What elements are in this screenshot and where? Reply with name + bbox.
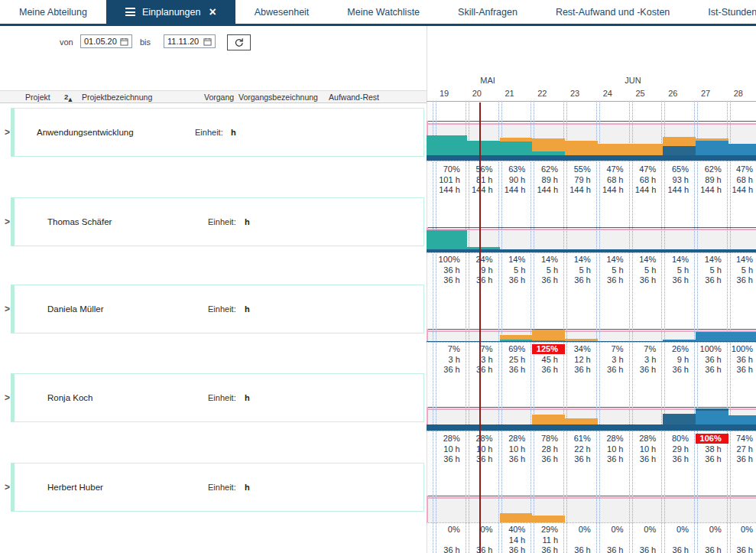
- load-bar-navy[interactable]: [565, 425, 598, 431]
- load-bar-navy[interactable]: [532, 341, 565, 342]
- load-bar-orange[interactable]: [532, 415, 565, 425]
- load-bar-navy[interactable]: [663, 341, 696, 342]
- calendar-icon[interactable]: [203, 37, 212, 46]
- load-bar-navy[interactable]: [728, 249, 756, 252]
- load-bar-teal[interactable]: [532, 340, 565, 341]
- load-bar-navy[interactable]: [427, 341, 467, 342]
- load-bar-navy[interactable]: [663, 249, 696, 252]
- load-bar-steel[interactable]: [663, 414, 696, 425]
- load-bar-navy[interactable]: [500, 425, 533, 431]
- load-bar-teal[interactable]: [427, 135, 467, 155]
- to-date-input[interactable]: [164, 37, 203, 46]
- load-bar-navy[interactable]: [427, 249, 467, 252]
- load-bar-navy[interactable]: [500, 155, 533, 161]
- load-bar-navy[interactable]: [565, 341, 598, 342]
- column-header-vorgangsbezeichnung[interactable]: Vorgangsbezeichnung: [238, 93, 318, 102]
- load-bar-orange[interactable]: [500, 138, 533, 142]
- load-bar-navy[interactable]: [427, 425, 467, 431]
- column-header-vorgang[interactable]: Vorgang: [204, 93, 234, 102]
- load-bar-navy[interactable]: [532, 155, 565, 161]
- load-bar-navy[interactable]: [467, 155, 500, 161]
- load-bar-teal[interactable]: [500, 340, 533, 341]
- column-header-projekt[interactable]: Projekt: [25, 93, 50, 102]
- load-bar-navy[interactable]: [631, 341, 664, 342]
- load-bar-orange[interactable]: [500, 513, 533, 522]
- load-bar-navy[interactable]: [663, 425, 696, 431]
- menu-icon[interactable]: [125, 8, 135, 16]
- load-bar-navy[interactable]: [728, 341, 756, 342]
- expand-chevron-icon[interactable]: >: [5, 127, 10, 138]
- load-bar-teal[interactable]: [427, 230, 467, 249]
- load-bar-blue[interactable]: [728, 332, 756, 341]
- column-header-projektbezeichnung[interactable]: Projektbezeichnung: [82, 93, 152, 102]
- load-bar-navy[interactable]: [598, 341, 631, 342]
- load-bar-blue[interactable]: [728, 144, 756, 155]
- refresh-button[interactable]: [227, 34, 251, 50]
- close-tab-icon[interactable]: ×: [209, 6, 216, 18]
- from-date-field[interactable]: [80, 34, 132, 48]
- load-bar-navy[interactable]: [467, 425, 500, 431]
- load-bar-orange[interactable]: [532, 330, 565, 340]
- load-bar-blue[interactable]: [696, 332, 728, 341]
- load-bar-navy[interactable]: [467, 249, 500, 252]
- to-date-field[interactable]: [164, 34, 216, 48]
- load-bar-blue[interactable]: [663, 340, 696, 341]
- load-bar-navy[interactable]: [696, 425, 728, 431]
- column-header-aufwand-rest[interactable]: Aufwand-Rest: [329, 93, 379, 102]
- from-date-input[interactable]: [81, 37, 119, 46]
- load-bar-navy[interactable]: [663, 155, 696, 161]
- load-bar-navy[interactable]: [565, 249, 598, 252]
- expand-chevron-icon[interactable]: >: [5, 216, 10, 227]
- load-bar-navy[interactable]: [467, 341, 500, 342]
- load-bar-navy[interactable]: [565, 155, 598, 161]
- tab-skill-anfragen[interactable]: Skill-Anfragen: [439, 0, 537, 24]
- load-bar-blue[interactable]: [728, 415, 756, 425]
- calendar-icon[interactable]: [120, 37, 128, 46]
- load-bar-orange[interactable]: [565, 418, 598, 425]
- load-bar-orange[interactable]: [631, 144, 664, 155]
- sort-indicator[interactable]: 2▴: [64, 93, 68, 101]
- load-bar-steel[interactable]: [696, 408, 728, 410]
- load-bar-orange[interactable]: [663, 137, 696, 146]
- tab-rest-aufwand-und-kosten[interactable]: Rest-Aufwand und -Kosten: [537, 0, 689, 24]
- planned-hours: [631, 535, 664, 545]
- expand-chevron-icon[interactable]: >: [5, 304, 10, 314]
- load-bar-orange[interactable]: [532, 138, 565, 151]
- load-bar-navy[interactable]: [631, 155, 664, 161]
- expand-chevron-icon[interactable]: >: [5, 482, 10, 493]
- load-bar-steel[interactable]: [663, 146, 696, 155]
- load-bar-navy[interactable]: [500, 249, 533, 252]
- load-bar-navy[interactable]: [598, 425, 631, 431]
- load-bar-orange[interactable]: [565, 141, 598, 155]
- load-bar-navy[interactable]: [598, 155, 631, 161]
- load-bar-navy[interactable]: [631, 249, 664, 252]
- load-bar-navy[interactable]: [500, 341, 533, 342]
- load-bar-navy[interactable]: [728, 155, 756, 161]
- expand-chevron-icon[interactable]: >: [5, 392, 10, 403]
- load-bar-navy[interactable]: [631, 425, 664, 431]
- load-bar-navy[interactable]: [532, 249, 565, 252]
- tab-einplanungen[interactable]: Einplanungen×: [106, 0, 235, 24]
- load-bar-orange[interactable]: [500, 335, 533, 340]
- load-bar-navy[interactable]: [728, 425, 756, 431]
- load-bar-teal[interactable]: [467, 141, 500, 155]
- load-bar-blue[interactable]: [696, 141, 728, 155]
- load-bar-navy[interactable]: [598, 249, 631, 252]
- load-bar-orange[interactable]: [696, 138, 728, 141]
- load-bar-orange[interactable]: [532, 516, 565, 522]
- tab-meine-watchliste[interactable]: Meine Watchliste: [328, 0, 439, 24]
- tab-abwesenheit[interactable]: Abwesenheit: [235, 0, 329, 24]
- load-bar-navy[interactable]: [696, 155, 728, 161]
- load-bar-orange[interactable]: [598, 144, 631, 155]
- load-bar-teal[interactable]: [500, 142, 533, 155]
- load-bar-blue[interactable]: [696, 411, 728, 425]
- load-bar-teal[interactable]: [532, 151, 565, 155]
- tab-meine-abteilung[interactable]: Meine Abteilung: [0, 0, 106, 24]
- load-bar-navy[interactable]: [532, 425, 565, 431]
- load-bar-navy[interactable]: [427, 155, 467, 161]
- load-bar-navy[interactable]: [696, 249, 728, 252]
- tab-ist-stunden[interactable]: Ist-Stunden: [689, 0, 756, 24]
- load-bar-orange[interactable]: [565, 339, 598, 342]
- load-bar-teal[interactable]: [467, 247, 500, 249]
- load-bar-navy[interactable]: [696, 341, 728, 342]
